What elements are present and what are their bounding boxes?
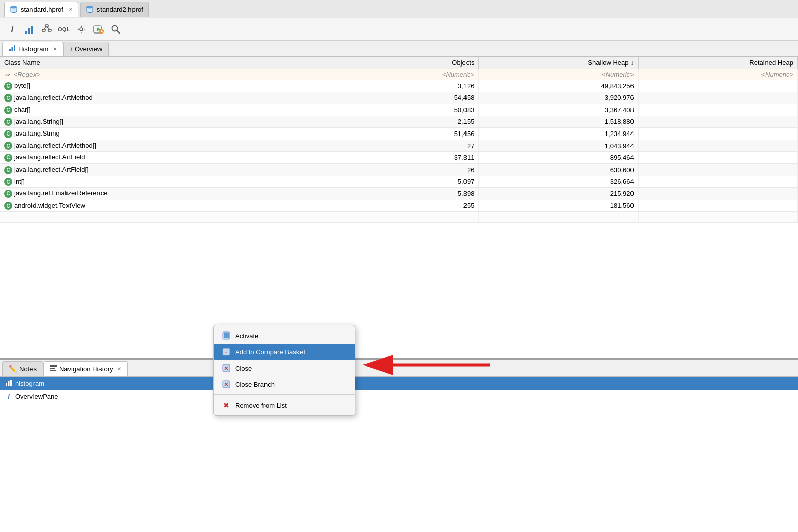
menu-add-compare-label: Add to Compare Basket bbox=[235, 348, 305, 356]
svg-point-12 bbox=[80, 28, 83, 31]
filter-retained[interactable]: <Numeric> bbox=[638, 69, 797, 80]
toolbar: i OQL bbox=[0, 18, 798, 41]
class-icon: C bbox=[4, 130, 12, 138]
oql-button[interactable]: OQL bbox=[57, 22, 71, 37]
table-row[interactable]: Cjava.lang.reflect.ArtField 37,311 895,4… bbox=[0, 152, 798, 164]
col-shallow-heap[interactable]: Shallow Heap ↓ bbox=[479, 57, 638, 69]
svg-rect-21 bbox=[50, 365, 57, 367]
filter-class[interactable]: ⇒ <Regex> bbox=[0, 69, 359, 80]
db-icon bbox=[10, 5, 18, 13]
dominator-button[interactable] bbox=[40, 22, 54, 37]
menu-close-branch-label: Close Branch bbox=[235, 381, 275, 388]
inner-tab-bar: Histogram ✕ i Overview bbox=[0, 41, 798, 57]
tab-close-icon[interactable]: ✕ bbox=[69, 7, 73, 12]
menu-remove-label: Remove from List bbox=[235, 402, 287, 409]
menu-separator bbox=[214, 394, 355, 395]
histogram-tab-close[interactable]: ✕ bbox=[53, 46, 57, 52]
compare-icon: ↔ bbox=[222, 347, 231, 356]
class-icon: C bbox=[4, 118, 12, 126]
svg-line-17 bbox=[117, 30, 120, 34]
class-icon: C bbox=[4, 202, 12, 210]
class-icon: C bbox=[4, 178, 12, 186]
table-row[interactable]: Cjava.lang.String 51,456 1,234,944 bbox=[0, 128, 798, 140]
svg-rect-23 bbox=[50, 370, 56, 371]
run-button[interactable] bbox=[91, 22, 106, 37]
gear-button[interactable] bbox=[74, 22, 88, 37]
svg-rect-24 bbox=[6, 383, 7, 386]
class-icon: C bbox=[4, 82, 12, 90]
remove-icon: ✖ bbox=[222, 401, 231, 410]
col-classname[interactable]: Class Name bbox=[0, 57, 359, 69]
main-area: Histogram ✕ i Overview Class Name Object… bbox=[0, 41, 798, 532]
class-icon: C bbox=[4, 190, 12, 198]
svg-rect-28 bbox=[224, 333, 229, 338]
menu-item-add-compare[interactable]: ↔ Add to Compare Basket bbox=[214, 344, 355, 360]
svg-rect-5 bbox=[28, 28, 30, 34]
class-icon: C bbox=[4, 142, 12, 150]
tab-standard-hprof[interactable]: standard.hprof ✕ bbox=[4, 2, 78, 17]
overview-tab-icon: i bbox=[70, 45, 72, 53]
tab-bar: standard.hprof ✕ standard2.hprof bbox=[0, 0, 798, 18]
nav-overviewpane-label: OverviewPane bbox=[15, 393, 58, 401]
menu-item-close[interactable]: Close bbox=[214, 360, 355, 376]
nav-item-overviewpane[interactable]: i OverviewPane bbox=[0, 390, 798, 403]
menu-item-activate[interactable]: Activate bbox=[214, 327, 355, 344]
tab-standard2-hprof[interactable]: standard2.hprof bbox=[80, 2, 149, 17]
class-icon: C bbox=[4, 106, 12, 114]
table-row[interactable]: Cjava.lang.reflect.ArtMethod 54,458 3,92… bbox=[0, 92, 798, 104]
tab-overview[interactable]: i Overview bbox=[63, 42, 109, 56]
tab-notes[interactable]: ✏️ Notes bbox=[2, 361, 43, 376]
table-row[interactable]: Cjava.lang.ref.FinalizerReference 5,398 … bbox=[0, 188, 798, 200]
class-icon: C bbox=[4, 94, 12, 102]
table-row[interactable]: Cjava.lang.String[] 2,155 1,518,880 bbox=[0, 116, 798, 128]
tab-histogram[interactable]: Histogram ✕ bbox=[2, 42, 63, 56]
nav-overview-icon: i bbox=[5, 393, 12, 401]
table-row[interactable]: Cint[] 5,097 326,664 bbox=[0, 176, 798, 188]
menu-item-remove[interactable]: ✖ Remove from List bbox=[214, 397, 355, 413]
svg-rect-25 bbox=[8, 381, 10, 386]
svg-rect-4 bbox=[25, 31, 27, 34]
col-objects[interactable]: Objects bbox=[359, 57, 479, 69]
context-menu: Activate ↔ Add to Compare Basket Close bbox=[213, 325, 355, 416]
bottom-panel: ✏️ Notes Navigation History ✕ bbox=[0, 359, 798, 532]
nav-histogram-icon bbox=[5, 379, 12, 388]
col-retained-heap[interactable]: Retained Heap bbox=[638, 57, 797, 69]
tab-overview-label: Overview bbox=[75, 45, 102, 53]
svg-point-1 bbox=[11, 6, 17, 9]
tab-histogram-label: Histogram bbox=[18, 45, 48, 53]
svg-rect-18 bbox=[9, 49, 11, 51]
svg-rect-19 bbox=[12, 47, 13, 51]
table-row[interactable]: Cjava.lang.reflect.ArtField[] 26 630,600 bbox=[0, 163, 798, 176]
table-row[interactable]: Candroid.widget.TextView 255 181,560 bbox=[0, 200, 798, 212]
svg-rect-7 bbox=[45, 25, 48, 27]
histogram-tab-icon bbox=[9, 45, 16, 53]
nav-history-tab-icon bbox=[50, 364, 57, 373]
filter-objects[interactable]: <Numeric> bbox=[359, 69, 479, 80]
svg-text:↔: ↔ bbox=[224, 350, 228, 355]
menu-activate-label: Activate bbox=[235, 332, 258, 340]
close-doc-icon bbox=[222, 363, 231, 373]
red-arrow bbox=[363, 352, 495, 378]
menu-item-close-branch[interactable]: Close Branch bbox=[214, 376, 355, 392]
nav-item-histogram[interactable]: histogram bbox=[0, 377, 798, 390]
table-area[interactable]: Class Name Objects Shallow Heap ↓ Retain… bbox=[0, 57, 798, 359]
menu-close-label: Close bbox=[235, 364, 252, 372]
class-icon: C bbox=[4, 154, 12, 162]
nav-history-tab-close[interactable]: ✕ bbox=[117, 366, 121, 372]
tab-standard2-hprof-label: standard2.hprof bbox=[97, 6, 143, 13]
info-button[interactable]: i bbox=[5, 22, 19, 37]
tab-navigation-history[interactable]: Navigation History ✕ bbox=[43, 361, 128, 376]
filter-shallow[interactable]: <Numeric> bbox=[479, 69, 638, 80]
tab-nav-history-label: Navigation History bbox=[59, 365, 113, 373]
db-icon-2 bbox=[86, 5, 94, 13]
table-row[interactable]: Cbyte[] 3,126 49,843,256 bbox=[0, 80, 798, 92]
table-row[interactable]: Cchar[] 50,083 3,367,408 bbox=[0, 104, 798, 116]
svg-rect-10 bbox=[42, 29, 45, 31]
table-row-partial[interactable]: ... ... ... bbox=[0, 212, 798, 223]
histogram-button[interactable] bbox=[22, 22, 37, 37]
search-button[interactable] bbox=[109, 22, 123, 37]
svg-rect-11 bbox=[48, 29, 51, 31]
histogram-table: Class Name Objects Shallow Heap ↓ Retain… bbox=[0, 57, 798, 223]
table-row[interactable]: Cjava.lang.reflect.ArtMethod[] 27 1,043,… bbox=[0, 140, 798, 152]
filter-row: ⇒ <Regex> <Numeric> <Numeric> <Numeric> bbox=[0, 69, 798, 80]
